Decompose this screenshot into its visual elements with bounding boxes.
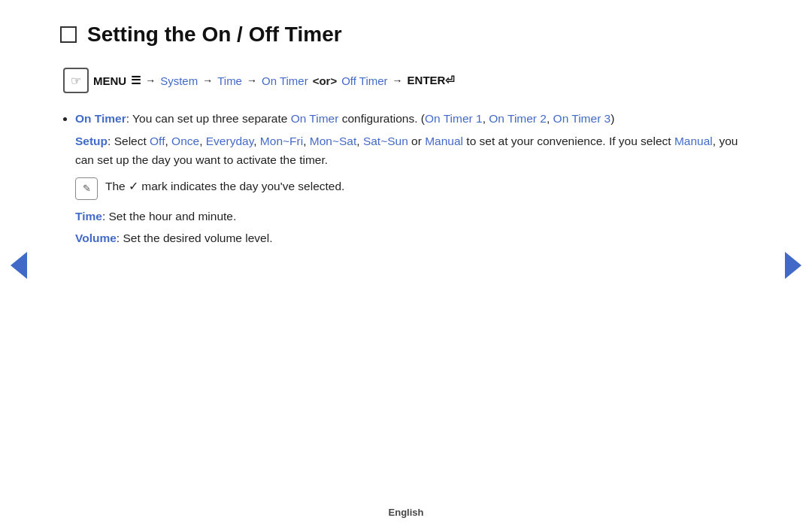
note-text: The ✓ mark indicates the day you've sele… [105,177,752,196]
page-title-container: Setting the On / Off Timer [60,23,752,47]
system-link: System [160,74,198,87]
hand-icon: ☞ [71,74,81,88]
comma2: , [547,112,553,125]
checkmark-symbol: ✓ [129,180,138,192]
arrow3: → [247,74,257,86]
configs-text: configurations. ( [338,112,425,125]
opt-everyday: Everyday [206,135,253,147]
time-label: Time [75,210,102,223]
volume-line: Volume: Set the desired volume level. [75,229,752,248]
timer1: On Timer 1 [425,112,483,125]
menu-path: ☞ MENU ☰ → System → Time → On Timer <or>… [60,68,752,93]
opt-once: Once [171,135,199,147]
comma6: , [303,135,310,147]
setup-label: Setup [75,135,108,147]
manual-inline: Manual [674,135,713,147]
note-icon-symbol: ✎ [83,181,91,197]
arrow1: → [145,74,156,86]
opt-off: Off [150,135,165,147]
arrow2: → [202,74,213,86]
nav-left-button[interactable] [11,252,27,279]
opt-satsun: Sat~Sun [363,135,408,147]
enter-label: ENTER⏎ [408,74,456,87]
opt-monsat: Mon~Sat [310,135,356,147]
menu-label: MENU [93,74,126,87]
intro-text: : You can set up three separate [126,112,291,125]
content-list: On Timer: You can set up three separate … [60,110,752,248]
arrow4: → [392,74,403,86]
page-content: Setting the On / Off Timer ☞ MENU ☰ → Sy… [0,0,812,277]
setup-line: Setup: Select Off, Once, Everyday, Mon~F… [75,132,752,170]
close-paren: ) [611,112,614,125]
on-timer-inline: On Timer [291,112,339,125]
timer2: On Timer 2 [489,112,547,125]
comma4: , [199,135,206,147]
comma3: , [165,135,171,147]
comma7: , [356,135,363,147]
on-timer-link: On Timer [262,74,308,87]
or-text: or [408,135,425,147]
setup-content: Setup: Select Off, Once, Everyday, Mon~F… [75,132,752,248]
manual-label: Manual [425,135,463,147]
footer-language: English [389,507,424,518]
time-line: Time: Set the hour and minute. [75,207,752,226]
note-line: ✎ The ✓ mark indicates the day you've se… [75,177,752,200]
time-link: Time [217,74,242,87]
opt-monfri: Mon~Fri [260,135,303,147]
volume-label: Volume [75,232,117,244]
off-timer-link: Off Timer [341,74,387,87]
menu-icon: ☞ [63,68,89,93]
page-title: Setting the On / Off Timer [87,23,342,47]
on-timer-bullet: On Timer: You can set up three separate … [75,110,752,248]
comma5: , [253,135,260,147]
or-label: <or> [313,74,338,87]
setup-colon: : Select [108,135,150,147]
on-timer-label: On Timer [75,112,126,125]
checkbox-icon [60,26,77,43]
timer3: On Timer 3 [553,112,611,125]
note-pre: The [105,180,129,192]
menu-bars: ☰ [131,74,141,87]
volume-text: : Set the desired volume level. [117,232,273,244]
note-post: mark indicates the day you've selected. [138,180,344,192]
comma1: , [483,112,489,125]
time-text: : Set the hour and minute. [102,210,236,223]
setup-rest: to set at your convenience. If you selec… [463,135,674,147]
nav-right-button[interactable] [785,252,801,279]
note-icon: ✎ [75,177,98,200]
